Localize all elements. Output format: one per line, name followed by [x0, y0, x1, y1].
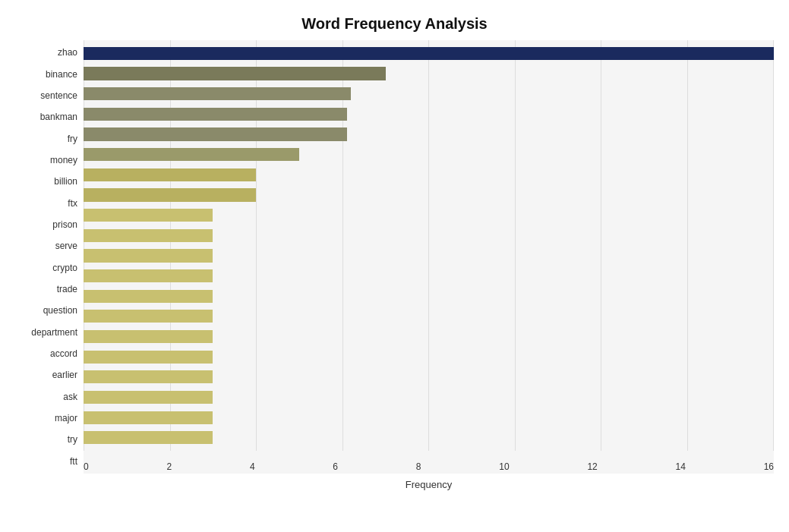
y-label-question: question	[43, 306, 77, 315]
y-label-accord: accord	[50, 349, 77, 358]
bar-serve	[84, 229, 213, 242]
y-label-ftt: ftt	[70, 457, 77, 466]
bar-row-try	[84, 408, 774, 428]
bar-crypto	[84, 249, 213, 262]
plot-area: 0246810121416 Frequency	[84, 40, 774, 474]
bar-billion	[84, 168, 256, 181]
bar-ftx	[84, 188, 256, 201]
bar-ask	[84, 370, 213, 383]
chart-title: Word Frequency Analysis	[15, 15, 774, 33]
bar-department	[84, 310, 213, 323]
chart-container: Word Frequency Analysis zhaobinancesente…	[0, 0, 789, 532]
bar-try	[84, 411, 213, 424]
x-tick: 6	[333, 461, 338, 472]
y-label-try: try	[68, 435, 77, 444]
bar-row-ftt	[84, 427, 774, 448]
bar-row-ftx	[84, 185, 774, 206]
y-label-major: major	[55, 414, 77, 423]
bar-question	[84, 290, 213, 303]
bar-ftt	[84, 431, 213, 444]
y-label-trade: trade	[57, 285, 77, 294]
y-label-serve: serve	[55, 241, 77, 250]
y-label-zhao: zhao	[58, 48, 77, 57]
bar-row-binance	[84, 64, 774, 84]
y-label-fry: fry	[68, 134, 77, 143]
bar-accord	[84, 330, 213, 343]
bar-row-question	[84, 286, 774, 307]
chart-area: zhaobinancesentencebankmanfrymoneybillio…	[15, 40, 774, 474]
bar-row-department	[84, 307, 774, 327]
bar-row-billion	[84, 165, 774, 185]
y-labels: zhaobinancesentencebankmanfrymoneybillio…	[15, 40, 84, 474]
y-label-crypto: crypto	[52, 263, 77, 272]
bar-row-crypto	[84, 246, 774, 266]
y-label-bankman: bankman	[40, 112, 77, 121]
bar-row-serve	[84, 225, 774, 246]
bar-bankman	[84, 108, 347, 121]
bar-row-sentence	[84, 83, 774, 104]
x-tick: 4	[250, 461, 255, 472]
x-tick: 14	[676, 461, 686, 472]
bar-row-earlier	[84, 347, 774, 367]
x-tick: 8	[416, 461, 421, 472]
bar-row-major	[84, 387, 774, 408]
bar-row-fry	[84, 124, 774, 145]
bar-row-trade	[84, 266, 774, 286]
bar-fry	[84, 127, 347, 140]
bar-row-prison	[84, 205, 774, 225]
bar-earlier	[84, 351, 213, 364]
bar-money	[84, 148, 299, 161]
x-tick: 2	[166, 461, 172, 472]
y-label-billion: billion	[54, 177, 77, 186]
x-tick: 10	[499, 461, 509, 472]
x-axis: 0246810121416 Frequency	[84, 451, 774, 474]
bar-trade	[84, 269, 213, 282]
x-ticks: 0246810121416	[84, 461, 774, 474]
y-label-money: money	[50, 156, 77, 165]
x-tick: 16	[764, 461, 774, 472]
bars-wrapper	[84, 40, 774, 451]
bar-row-money	[84, 144, 774, 165]
bar-row-bankman	[84, 104, 774, 124]
bar-major	[84, 391, 213, 404]
y-label-ask: ask	[63, 392, 77, 401]
bar-row-ask	[84, 367, 774, 388]
bar-row-zhao	[84, 43, 774, 64]
bar-prison	[84, 209, 213, 222]
bar-binance	[84, 67, 386, 80]
x-tick: 0	[84, 461, 89, 472]
y-label-prison: prison	[52, 220, 77, 229]
x-axis-label: Frequency	[406, 479, 452, 490]
bar-zhao	[84, 47, 774, 60]
x-tick: 12	[587, 461, 597, 472]
y-label-earlier: earlier	[52, 370, 77, 379]
y-label-ftx: ftx	[68, 199, 77, 208]
y-label-sentence: sentence	[40, 91, 77, 100]
bar-row-accord	[84, 326, 774, 347]
y-label-binance: binance	[46, 70, 77, 79]
y-label-department: department	[31, 328, 77, 337]
bar-sentence	[84, 87, 351, 100]
